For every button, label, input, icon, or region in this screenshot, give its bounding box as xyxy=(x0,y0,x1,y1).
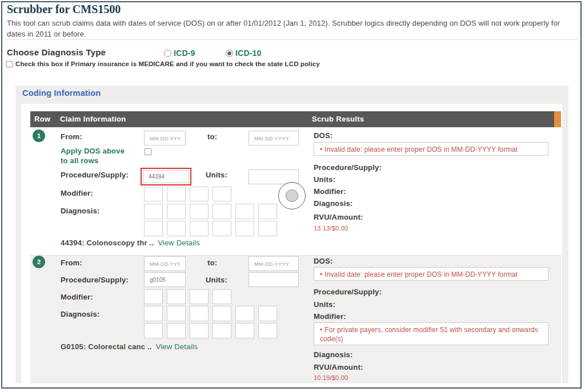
modifier-label: Modifier: xyxy=(61,293,93,301)
diagnosis-input[interactable] xyxy=(167,306,186,321)
diagnosis-input[interactable] xyxy=(235,306,254,321)
diagnosis-input[interactable] xyxy=(144,221,163,236)
from-label: From: xyxy=(61,258,82,267)
diagnosis-input[interactable] xyxy=(258,204,277,219)
page-description: This tool can scrub claims data with dat… xyxy=(7,18,571,39)
procedure-input[interactable] xyxy=(144,272,186,287)
diagnosis-input[interactable] xyxy=(167,323,186,338)
diagnosis-input[interactable] xyxy=(167,221,186,236)
scrub-dos-error: •Invalid date: please enter proper DOS i… xyxy=(314,142,548,156)
date-to-input[interactable] xyxy=(249,131,299,146)
procedure-summary-text: G0105: Colorectal canc .. xyxy=(61,342,152,351)
error-text: Invalid date: please enter proper DOS in… xyxy=(324,270,518,278)
diagnosis-input[interactable] xyxy=(213,323,231,338)
scrub-dos-label: DOS: xyxy=(314,131,332,140)
diagnosis-input[interactable] xyxy=(190,221,209,236)
error-bullet: • xyxy=(320,270,322,278)
date-to-input[interactable] xyxy=(249,256,299,271)
diagnosis-input[interactable] xyxy=(235,204,254,219)
error-text: Invalid date: please enter proper DOS in… xyxy=(324,146,518,153)
scrub-modifier-label: Modifier: xyxy=(314,187,346,196)
scrub-units-label: Units: xyxy=(314,300,335,309)
diagnosis-input[interactable] xyxy=(235,323,254,338)
table-header-accent xyxy=(554,111,561,127)
procedure-summary: 44394: Colonoscopy thr ..View Details xyxy=(61,239,200,247)
diagnosis-input[interactable] xyxy=(144,306,163,321)
scrub-units-label: Units: xyxy=(314,175,335,184)
diagnosis-input[interactable] xyxy=(235,221,254,236)
diagnosis-input[interactable] xyxy=(190,204,209,219)
error-bullet: • xyxy=(320,146,322,153)
page-title: Scrubber for CMS1500 xyxy=(7,3,121,16)
row-number-badge: 1 xyxy=(33,130,45,142)
rvu-amount-value: 13.13/$0.00 xyxy=(314,225,348,232)
procedure-input[interactable]: 44394 xyxy=(143,170,189,183)
diagnosis-input[interactable] xyxy=(213,204,231,219)
diagnosis-input[interactable] xyxy=(190,306,209,321)
column-header-row: Row xyxy=(34,115,50,123)
diagnosis-input[interactable] xyxy=(213,306,231,321)
to-label: to: xyxy=(207,132,217,141)
icd10-radio-label[interactable]: ICD-10 xyxy=(235,49,262,58)
diagnosis-label: Diagnosis: xyxy=(61,207,99,215)
scrub-rvu-label: RVU/Amount: xyxy=(314,363,363,371)
procedure-input-highlight: 44394 xyxy=(141,168,191,185)
date-from-input[interactable] xyxy=(144,256,186,271)
divider xyxy=(5,39,578,40)
from-label: From: xyxy=(61,132,82,141)
rvu-amount-value: 10.19/$0.00 xyxy=(314,374,348,381)
error-text: For private payers, consider modifier 51… xyxy=(320,326,538,343)
modifier-input[interactable] xyxy=(167,187,186,201)
diagnosis-type-label: Choose Diagnosis Type xyxy=(7,47,106,57)
medicare-lcd-checkbox-label: Check this box if Primary insurance is M… xyxy=(15,60,320,67)
modifier-input[interactable] xyxy=(213,187,231,201)
diagnosis-input[interactable] xyxy=(167,204,186,219)
diagnosis-input[interactable] xyxy=(258,306,277,321)
scrub-modifier-label: Modifier: xyxy=(314,312,346,321)
view-details-link[interactable]: View Details xyxy=(158,239,200,247)
column-header-claim-information: Claim Information xyxy=(60,115,126,123)
apply-dos-label-line1: Apply DOS above xyxy=(61,147,125,155)
modifier-label: Modifier: xyxy=(61,189,93,197)
error-bullet: • xyxy=(320,326,322,334)
row-number-badge: 2 xyxy=(33,256,45,268)
procedure-summary-text: 44394: Colonoscopy thr .. xyxy=(61,239,154,247)
date-from-input[interactable] xyxy=(144,131,186,146)
diagnosis-input[interactable] xyxy=(258,323,277,338)
scrub-modifier-error: •For private payers, consider modifier 5… xyxy=(314,322,548,345)
modifier-input[interactable] xyxy=(144,289,163,304)
scrub-dos-label: DOS: xyxy=(314,257,332,265)
scrub-rvu-label: RVU/Amount: xyxy=(314,213,363,221)
modifier-input[interactable] xyxy=(167,289,186,304)
diagnosis-label: Diagnosis: xyxy=(61,310,99,318)
modifier-input[interactable] xyxy=(144,187,163,201)
apply-dos-checkbox[interactable] xyxy=(145,148,151,155)
icd10-radio[interactable] xyxy=(226,50,233,57)
diagnosis-input[interactable] xyxy=(213,221,231,236)
scrub-diagnosis-label: Diagnosis: xyxy=(314,199,352,208)
units-label: Units: xyxy=(206,171,227,179)
to-label: to: xyxy=(207,258,217,267)
medicare-lcd-checkbox[interactable] xyxy=(6,61,13,67)
apply-dos-label-line2: to all rows xyxy=(61,156,99,165)
icd9-radio[interactable] xyxy=(164,50,171,57)
coding-information-heading: Coding Information xyxy=(22,88,101,98)
click-indicator-dot xyxy=(286,189,298,202)
scrub-procedure-label: Procedure/Supply: xyxy=(314,163,382,172)
diagnosis-input[interactable] xyxy=(258,221,277,236)
modifier-input[interactable] xyxy=(190,289,209,304)
radio-selected-dot xyxy=(227,51,231,55)
scrub-procedure-label: Procedure/Supply: xyxy=(314,288,382,296)
diagnosis-input[interactable] xyxy=(144,323,163,338)
scrub-diagnosis-label: Diagnosis: xyxy=(314,350,352,359)
procedure-supply-label: Procedure/Supply: xyxy=(61,171,129,179)
view-details-link[interactable]: View Details xyxy=(156,342,198,351)
scrub-dos-error: •Invalid date: please enter proper DOS i… xyxy=(314,267,548,281)
diagnosis-input[interactable] xyxy=(190,323,209,338)
modifier-input[interactable] xyxy=(213,289,231,304)
diagnosis-input[interactable] xyxy=(144,204,163,219)
icd9-radio-label[interactable]: ICD-9 xyxy=(174,49,195,58)
units-label: Units: xyxy=(206,276,227,284)
units-input[interactable] xyxy=(249,272,299,287)
modifier-input[interactable] xyxy=(190,187,209,201)
